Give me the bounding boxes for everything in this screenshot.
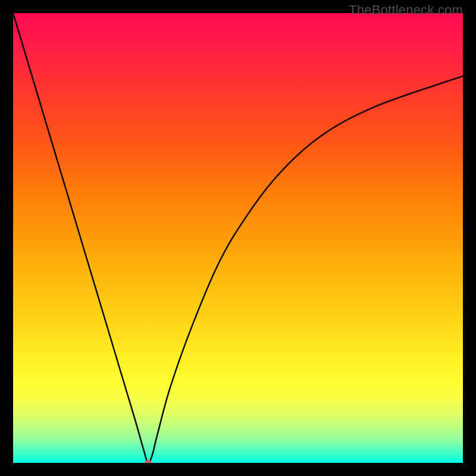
- plot-area: [13, 13, 463, 463]
- watermark-text: TheBottleneck.com: [349, 2, 463, 18]
- bottleneck-curve: [13, 13, 463, 463]
- chart-frame: TheBottleneck.com: [0, 0, 476, 476]
